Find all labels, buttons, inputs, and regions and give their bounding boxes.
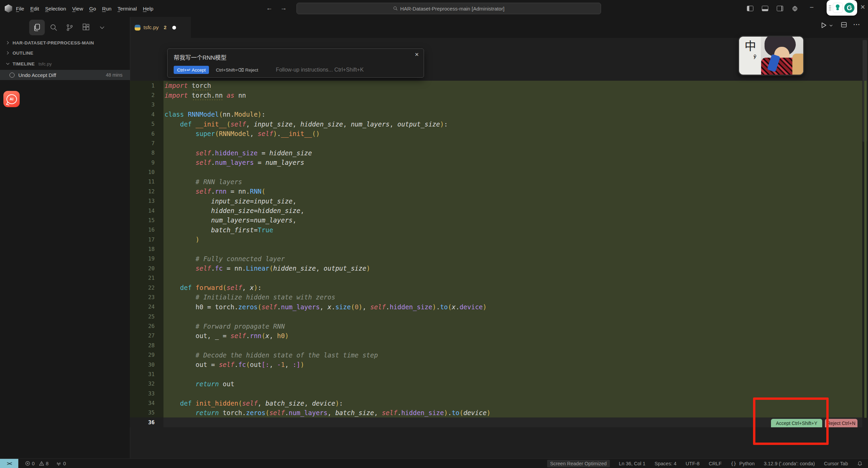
remote-indicator-button[interactable]: >< bbox=[0, 459, 18, 468]
lamp-app-icon[interactable] bbox=[833, 3, 843, 13]
settings-gear-icon[interactable] bbox=[791, 5, 798, 12]
sidebar-section-timeline[interactable]: TIMELINEtsfc.py bbox=[0, 59, 130, 69]
line-number[interactable]: 32 bbox=[130, 379, 163, 389]
split-editor-button[interactable] bbox=[841, 22, 847, 28]
code-line-1[interactable]: 1import torch bbox=[130, 81, 862, 90]
code-line-19[interactable]: 19 # Fully connected layer bbox=[130, 254, 862, 264]
line-content[interactable]: super(RNNModel, self).__init__() bbox=[163, 129, 862, 138]
line-number[interactable]: 36 bbox=[130, 417, 163, 427]
status-3-12-9-conda-conda[interactable]: 3.12.9 ('.conda': conda) bbox=[764, 461, 815, 466]
code-line-22[interactable]: 22 def forward(self, x): bbox=[130, 283, 862, 292]
status-utf-8[interactable]: UTF-8 bbox=[686, 461, 699, 466]
menu-run[interactable]: Run bbox=[99, 4, 115, 13]
toggle-secondary-sidebar-icon[interactable] bbox=[776, 5, 784, 12]
code-line-9[interactable]: 9 self.num_layers = num_layers bbox=[130, 158, 862, 167]
source-control-icon[interactable] bbox=[62, 20, 77, 35]
run-dropdown-chevron-icon[interactable] bbox=[829, 23, 833, 27]
line-number[interactable]: 29 bbox=[130, 350, 163, 360]
line-number[interactable]: 18 bbox=[130, 244, 163, 254]
line-content[interactable]: out = self.fc(out[:, -1, :]) bbox=[163, 360, 862, 369]
line-content[interactable] bbox=[163, 369, 862, 379]
line-number[interactable]: 14 bbox=[130, 206, 163, 215]
status-cursor-tab[interactable]: Cursor Tab bbox=[824, 461, 848, 466]
menu-view[interactable]: View bbox=[69, 4, 86, 13]
line-content[interactable]: return out bbox=[163, 379, 862, 389]
line-number[interactable]: 30 bbox=[130, 360, 163, 369]
inline-chat-reject-button[interactable]: Ctrl+Shift+⌫ Reject bbox=[216, 67, 258, 73]
line-number[interactable]: 33 bbox=[130, 389, 163, 398]
line-content[interactable]: h0 = torch.zeros(self.num_layers, x.size… bbox=[163, 302, 862, 312]
status-ln-36-col-1[interactable]: Ln 36, Col 1 bbox=[619, 461, 645, 466]
line-number[interactable]: 16 bbox=[130, 225, 163, 235]
extensions-icon[interactable] bbox=[78, 20, 94, 35]
toggle-primary-sidebar-icon[interactable] bbox=[746, 5, 754, 12]
line-number[interactable]: 1 bbox=[130, 81, 163, 90]
code-line-11[interactable]: 11 # RNN layers bbox=[130, 177, 862, 187]
drag-grip-icon[interactable] bbox=[829, 5, 831, 11]
line-content[interactable] bbox=[163, 167, 862, 177]
ai-assistant-floating-button[interactable]: AI bbox=[3, 91, 20, 107]
g-app-icon[interactable]: G bbox=[844, 3, 854, 13]
line-number[interactable]: 3 bbox=[130, 100, 163, 110]
code-line-13[interactable]: 13 input_size=input_size, bbox=[130, 196, 862, 206]
line-number[interactable]: 6 bbox=[130, 129, 163, 138]
code-line-4[interactable]: 4class RNNModel(nn.Module): bbox=[130, 110, 862, 119]
toggle-panel-icon[interactable] bbox=[761, 5, 769, 12]
line-number[interactable]: 13 bbox=[130, 196, 163, 206]
run-python-button[interactable] bbox=[820, 22, 827, 29]
status-screen-reader-optimized[interactable]: Screen Reader Optimized bbox=[547, 460, 610, 467]
code-line-33[interactable]: 33 bbox=[130, 389, 862, 398]
line-content[interactable]: hidden_size=hidden_size, bbox=[163, 206, 862, 215]
menu-selection[interactable]: Selection bbox=[42, 4, 69, 13]
line-number[interactable]: 5 bbox=[130, 119, 163, 129]
code-line-30[interactable]: 30 out = self.fc(out[:, -1, :]) bbox=[130, 360, 862, 369]
code-line-26[interactable]: 26 # Forward propagate RNN bbox=[130, 321, 862, 331]
line-number[interactable]: 35 bbox=[130, 408, 163, 417]
menu-terminal[interactable]: Terminal bbox=[115, 4, 140, 13]
inline-chat-prompt-text[interactable]: 帮我写一个RNN模型 bbox=[174, 53, 418, 61]
line-number[interactable]: 26 bbox=[130, 321, 163, 331]
line-number[interactable]: 7 bbox=[130, 138, 163, 148]
line-content[interactable] bbox=[163, 312, 862, 321]
line-content[interactable]: self.rnn = nn.RNN( bbox=[163, 187, 862, 196]
code-line-6[interactable]: 6 super(RNNModel, self).__init__() bbox=[130, 129, 862, 138]
search-icon[interactable] bbox=[46, 20, 61, 35]
code-line-35[interactable]: 35 return torch.zeros(self.num_layers, b… bbox=[130, 408, 862, 417]
code-line-15[interactable]: 15 num_layers=num_layers, bbox=[130, 215, 862, 225]
line-number[interactable]: 4 bbox=[130, 110, 163, 119]
line-content[interactable]: self.fc = nn.Linear(hidden_size, output_… bbox=[163, 264, 862, 273]
line-content[interactable]: def forward(self, x): bbox=[163, 283, 862, 292]
line-number[interactable]: 20 bbox=[130, 264, 163, 273]
code-line-34[interactable]: 34 def init_hidden(self, batch_size, dev… bbox=[130, 398, 862, 408]
line-number[interactable]: 19 bbox=[130, 254, 163, 264]
code-line-18[interactable]: 18 bbox=[130, 244, 862, 254]
chevron-down-icon[interactable] bbox=[94, 20, 110, 35]
code-line-5[interactable]: 5 def __init__(self, input_size, hidden_… bbox=[130, 119, 862, 129]
line-number[interactable]: 24 bbox=[130, 302, 163, 312]
line-number[interactable]: 15 bbox=[130, 215, 163, 225]
more-actions-button[interactable]: ⋯ bbox=[853, 20, 860, 28]
line-content[interactable]: def __init__(self, input_size, hidden_si… bbox=[163, 119, 862, 129]
notifications-bell-icon[interactable] bbox=[857, 461, 863, 466]
line-number[interactable]: 22 bbox=[130, 283, 163, 292]
line-content[interactable]: input_size=input_size, bbox=[163, 196, 862, 206]
menu-edit[interactable]: Edit bbox=[27, 4, 42, 13]
status-spaces-4[interactable]: Spaces: 4 bbox=[655, 461, 677, 466]
line-content[interactable]: # Initialize hidden state with zeros bbox=[163, 292, 862, 302]
line-number[interactable]: 10 bbox=[130, 167, 163, 177]
command-center-search[interactable]: HAR-Dataset-Preprocess-main [Administrat… bbox=[296, 3, 601, 14]
line-content[interactable]: self.num_layers = num_layers bbox=[163, 158, 862, 167]
line-number[interactable]: 12 bbox=[130, 187, 163, 196]
line-content[interactable] bbox=[163, 389, 862, 398]
floating-helper-widget[interactable]: G bbox=[827, 0, 857, 16]
status-crlf[interactable]: CRLF bbox=[709, 461, 721, 466]
line-number[interactable]: 2 bbox=[130, 90, 163, 100]
line-number[interactable]: 27 bbox=[130, 331, 163, 340]
code-line-28[interactable]: 28 bbox=[130, 340, 862, 350]
line-content[interactable]: import torch.nn as nn bbox=[163, 90, 862, 100]
unsaved-dot-icon[interactable] bbox=[172, 26, 176, 30]
line-content[interactable] bbox=[163, 138, 862, 148]
line-number[interactable]: 28 bbox=[130, 340, 163, 350]
minimize-button[interactable]: – bbox=[810, 3, 813, 11]
code-line-8[interactable]: 8 self.hidden_size = hidden_size bbox=[130, 148, 862, 158]
